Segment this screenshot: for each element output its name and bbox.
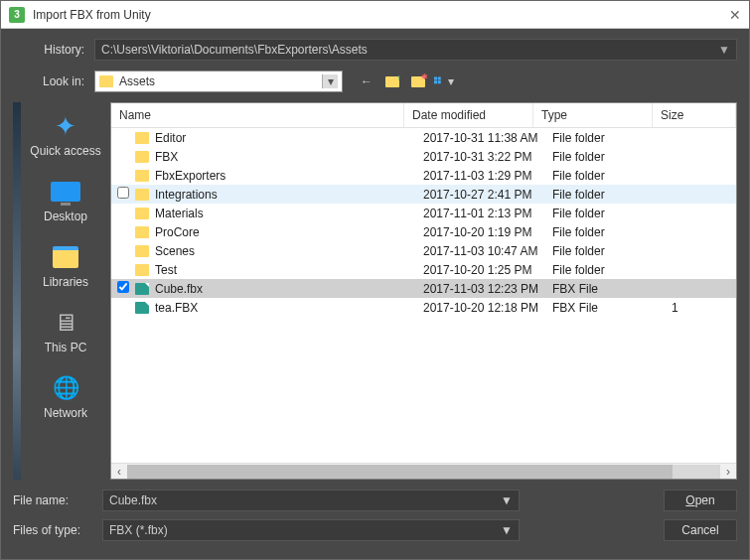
file-date: 2017-11-03 12:23 PM: [423, 282, 552, 296]
lookin-label: Look in:: [13, 74, 94, 88]
svg-rect-1: [438, 77, 441, 80]
place-libraries[interactable]: Libraries: [27, 239, 104, 293]
open-button[interactable]: Open: [664, 490, 737, 511]
file-type: File folder: [552, 169, 672, 183]
place-desktop[interactable]: Desktop: [27, 174, 104, 227]
row-checkbox[interactable]: [117, 281, 131, 296]
file-name: Editor: [155, 131, 423, 145]
file-name: Materials: [155, 207, 423, 220]
filename-input[interactable]: Cube.fbx ▼: [102, 490, 520, 511]
chevron-down-icon: ▾: [322, 74, 338, 88]
chevron-down-icon: ▾: [448, 74, 454, 88]
libraries-icon: [53, 246, 78, 268]
file-type: File folder: [552, 225, 672, 239]
nav-icons: ← ▾: [357, 72, 454, 90]
folder-icon: [135, 189, 149, 201]
import-dialog: 3 Import FBX from Unity ✕ History: C:\Us…: [0, 0, 750, 560]
file-type: File folder: [552, 263, 672, 277]
pc-icon: 🖥: [54, 309, 77, 337]
lookin-dropdown[interactable]: Assets ▾: [94, 70, 343, 92]
file-name: Cube.fbx: [155, 282, 423, 296]
file-name: Scenes: [155, 244, 423, 258]
file-row[interactable]: FBX2017-10-31 3:22 PMFile folder: [111, 147, 736, 166]
filetype-value: FBX (*.fbx): [109, 523, 168, 537]
file-row[interactable]: Test2017-10-20 1:25 PMFile folder: [111, 260, 736, 279]
up-folder-button[interactable]: [382, 72, 402, 90]
folder-icon: [135, 226, 149, 238]
svg-rect-3: [438, 80, 441, 83]
file-date: 2017-10-31 11:38 AM: [423, 131, 552, 145]
file-date: 2017-11-01 2:13 PM: [423, 207, 552, 220]
column-type[interactable]: Type: [533, 103, 653, 127]
place-label: Quick access: [30, 144, 100, 158]
lookin-row: Look in: Assets ▾ ← ▾: [13, 70, 737, 92]
folder-new-icon: [411, 76, 425, 87]
file-type: FBX File: [552, 301, 672, 315]
file-type: File folder: [552, 207, 672, 220]
place-label: Network: [44, 406, 87, 420]
history-label: History:: [13, 43, 94, 57]
place-label: This PC: [45, 341, 87, 354]
chevron-down-icon: ▼: [718, 43, 730, 57]
column-size[interactable]: Size: [653, 103, 736, 127]
row-checkbox[interactable]: [117, 187, 131, 202]
filename-label: File name:: [13, 493, 102, 507]
file-row[interactable]: Materials2017-11-01 2:13 PMFile folder: [111, 204, 736, 222]
lookin-value: Assets: [119, 74, 318, 88]
file-type: File folder: [552, 244, 672, 258]
file-row[interactable]: Cube.fbx2017-11-03 12:23 PMFBX File: [111, 279, 736, 298]
file-type: File folder: [552, 188, 672, 202]
views-button[interactable]: ▾: [434, 72, 454, 90]
file-row[interactable]: Scenes2017-11-03 10:47 AMFile folder: [111, 241, 736, 260]
file-date: 2017-10-20 1:19 PM: [423, 225, 552, 239]
file-date: 2017-10-20 1:25 PM: [423, 263, 552, 277]
close-icon[interactable]: ✕: [711, 7, 741, 23]
file-size: 1: [672, 301, 736, 315]
file-row[interactable]: Integrations2017-10-27 2:41 PMFile folde…: [111, 185, 736, 204]
main-area: ✦ Quick access Desktop Libraries 🖥 This …: [13, 102, 737, 480]
column-date[interactable]: Date modified: [404, 103, 533, 127]
new-folder-button[interactable]: [408, 72, 428, 90]
fbx-file-icon: [135, 283, 149, 295]
place-quick-access[interactable]: ✦ Quick access: [27, 108, 104, 162]
chevron-down-icon: ▼: [501, 523, 513, 537]
scroll-thumb[interactable]: [127, 465, 673, 479]
scroll-left-icon[interactable]: ‹: [111, 465, 127, 479]
cancel-button[interactable]: Cancel: [664, 519, 737, 541]
place-label: Libraries: [43, 275, 88, 289]
titlebar: 3 Import FBX from Unity ✕: [1, 1, 749, 29]
file-type: FBX File: [552, 282, 672, 296]
file-list-pane: Name Date modified Type Size Editor2017-…: [110, 102, 737, 480]
folder-icon: [135, 170, 149, 182]
column-name[interactable]: Name: [111, 103, 404, 127]
chevron-down-icon: ▼: [501, 493, 513, 507]
folder-icon: [135, 264, 149, 276]
file-name: ProCore: [155, 225, 423, 239]
column-headers: Name Date modified Type Size: [111, 103, 736, 128]
folder-icon: [99, 75, 113, 87]
file-name: FBX: [155, 150, 423, 164]
scroll-right-icon[interactable]: ›: [720, 465, 736, 479]
filetype-dropdown[interactable]: FBX (*.fbx) ▼: [102, 519, 520, 541]
place-network[interactable]: 🌐 Network: [27, 370, 104, 424]
file-type: File folder: [552, 150, 672, 164]
horizontal-scrollbar[interactable]: ‹ ›: [111, 463, 736, 479]
file-row[interactable]: tea.FBX2017-10-20 12:18 PMFBX File1: [111, 298, 736, 317]
folder-icon: [135, 208, 149, 219]
back-button[interactable]: ←: [357, 72, 376, 90]
footer: File name: Cube.fbx ▼ Open Files of type…: [13, 480, 737, 549]
svg-rect-2: [434, 80, 437, 83]
file-row[interactable]: FbxExporters2017-11-03 1:29 PMFile folde…: [111, 166, 736, 185]
history-dropdown[interactable]: C:\Users\Viktoria\Documents\FbxExporters…: [94, 39, 737, 61]
file-row[interactable]: ProCore2017-10-20 1:19 PMFile folder: [111, 222, 736, 241]
file-date: 2017-10-27 2:41 PM: [423, 188, 552, 202]
place-this-pc[interactable]: 🖥 This PC: [27, 305, 104, 358]
folder-icon: [135, 132, 149, 144]
scroll-track[interactable]: [127, 465, 720, 479]
file-row[interactable]: Editor2017-10-31 11:38 AMFile folder: [111, 128, 736, 147]
star-icon: ✦: [55, 111, 76, 142]
file-name: Test: [155, 263, 423, 277]
history-value: C:\Users\Viktoria\Documents\FbxExporters…: [101, 43, 368, 57]
file-type: File folder: [552, 131, 672, 145]
places-bar: ✦ Quick access Desktop Libraries 🖥 This …: [27, 102, 104, 480]
